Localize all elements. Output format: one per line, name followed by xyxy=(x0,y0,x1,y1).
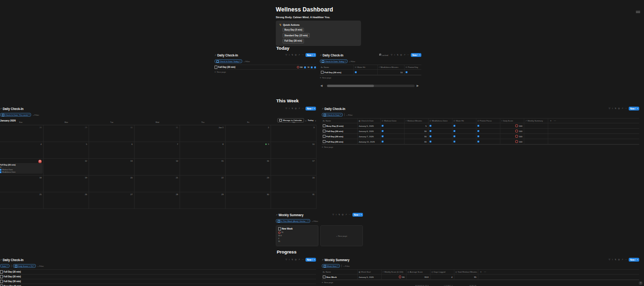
table-row[interactable]: Busy Day (5 min)January 5, 2026✓5✓✓✓100 xyxy=(322,123,639,129)
new-button[interactable]: New ▾ xyxy=(629,258,639,262)
calendar-cell[interactable]: 6 xyxy=(89,142,135,159)
cell-protein-veg[interactable]: ✓ xyxy=(404,70,421,75)
table-row[interactable]: Full Day (30 min)January 7, 2026✓30✓✓✓10… xyxy=(322,134,639,139)
cell-workout-done[interactable]: ✓ xyxy=(380,139,404,144)
column-header-protein-veg[interactable]: ☑Protein/Veg xyxy=(404,65,421,69)
cell-workout-minutes[interactable]: 30 xyxy=(404,134,428,139)
database-title[interactable]: ↗ Daily Check-In xyxy=(0,107,23,110)
column-header[interactable]: ◎Days Logged xyxy=(430,270,454,274)
calendar-cell[interactable]: 4 xyxy=(0,142,44,159)
database-title[interactable]: ↗ Daily Check-In xyxy=(322,107,345,110)
new-button[interactable]: New ▾ xyxy=(305,258,316,262)
bolt-icon[interactable]: ↯ xyxy=(292,108,294,110)
cell-daily-score[interactable]: 100 xyxy=(500,129,524,133)
calendar-cell[interactable]: 23 xyxy=(226,176,271,192)
help-button[interactable]: ? xyxy=(639,281,643,285)
hamburger-menu-icon[interactable] xyxy=(636,10,640,14)
calc-sum[interactable]: SUM95 xyxy=(454,284,478,286)
add-filter-button[interactable]: + Filter xyxy=(343,265,350,267)
filter-chip[interactable]: Check-In Date: This week ▾ xyxy=(0,113,31,117)
calendar-cell[interactable]: 8 xyxy=(180,142,226,159)
cell-protein-focus[interactable]: ✓ xyxy=(476,134,500,139)
sort-icon[interactable]: ↕ xyxy=(289,108,290,110)
search-icon[interactable]: ◎ xyxy=(400,54,402,56)
new-page-button[interactable]: + New page xyxy=(215,69,316,74)
column-header[interactable]: #Weekly Score (0-100) xyxy=(381,270,406,274)
new-button[interactable]: New ▾ xyxy=(305,53,316,57)
add-column-button[interactable]: + xyxy=(480,271,482,273)
expand-icon[interactable]: ⇗ xyxy=(621,108,623,110)
cell-mindfulness-done[interactable]: ✓ xyxy=(428,139,452,144)
scrollbar-thumb[interactable] xyxy=(327,85,374,87)
list-item[interactable]: Busy Day (5 min) xyxy=(0,284,316,286)
calendar-cell[interactable]: Jan 1 xyxy=(180,125,226,142)
sort-chip[interactable]: Date ▾ xyxy=(0,264,10,268)
list-item[interactable]: Full Day (30 min) xyxy=(0,274,316,279)
cell-weekly-summary[interactable] xyxy=(524,123,548,128)
calendar-cell[interactable]: 24 xyxy=(271,176,316,192)
calendar-cell[interactable]: 28 xyxy=(135,192,180,209)
cell-daily-score[interactable]: 100 xyxy=(500,139,524,144)
cell-water-hit[interactable]: ✓ xyxy=(452,134,476,139)
full-day-button[interactable]: Full Day (30 min) xyxy=(282,39,304,43)
search-icon[interactable]: ◎ xyxy=(295,259,297,261)
new-button[interactable]: New ▾ xyxy=(352,213,363,217)
sort-icon[interactable]: ↕ xyxy=(336,214,337,216)
column-header[interactable]: ☑Workout Done xyxy=(380,119,404,123)
bolt-icon[interactable]: ↯ xyxy=(292,259,294,261)
sort-icon[interactable]: ↕ xyxy=(289,54,290,56)
cell-mindfulness-done[interactable]: ✓ xyxy=(428,129,452,133)
list-item[interactable]: Full Day (30 min) xyxy=(0,279,316,284)
calendar-cell[interactable]: 15 xyxy=(180,159,226,176)
calendar-cell[interactable]: 27 xyxy=(89,192,135,209)
column-header[interactable]: ▦Week Start xyxy=(357,270,381,274)
calendar-cell[interactable]: 16 xyxy=(226,159,271,176)
filter-icon[interactable]: ▽ xyxy=(609,259,610,261)
calendar-cell[interactable]: 29 xyxy=(44,125,89,142)
column-header[interactable]: #Workout Minutes xyxy=(404,119,428,123)
search-icon[interactable]: ◎ xyxy=(618,259,620,261)
cell-workout-done[interactable]: ✓ xyxy=(380,134,404,139)
calendar-cell[interactable]: 25 xyxy=(0,192,44,209)
table-row[interactable]: New Week January 5, 2026 80 93.8 4 95 xyxy=(322,275,639,280)
filter-icon[interactable]: ▽ xyxy=(609,108,610,110)
column-header-name[interactable]: AaName xyxy=(320,65,353,69)
calendar-cell[interactable]: 17 xyxy=(271,159,316,176)
cell-weekly-summary[interactable] xyxy=(524,139,548,144)
new-button[interactable]: New ▾ xyxy=(629,107,639,110)
filter-chip[interactable]: Is This Week (Auto): Unche... ▾ xyxy=(276,219,310,223)
bolt-icon[interactable]: ↯ xyxy=(397,54,399,56)
column-header[interactable]: ↗Weekly Summary xyxy=(524,119,548,123)
list-item[interactable]: Full Day (30 min) xyxy=(0,269,316,274)
cell-workout-minutes[interactable]: 30 xyxy=(404,129,428,133)
cell-water-hit[interactable]: ✓ xyxy=(452,129,476,133)
search-icon[interactable]: ◎ xyxy=(295,108,297,110)
bolt-icon[interactable]: ↯ xyxy=(615,108,617,110)
cell-mindfulness-done[interactable]: ✓ xyxy=(428,134,452,139)
new-page-button[interactable]: + New page xyxy=(320,75,421,79)
calendar-cell[interactable]: 18 xyxy=(0,176,44,192)
search-icon[interactable]: ◎ xyxy=(295,54,297,56)
add-column-button[interactable]: + xyxy=(550,120,552,122)
cell-workout-done[interactable]: ✓ xyxy=(380,129,404,133)
filter-chip[interactable]: Daily Score > 70 ▾ xyxy=(13,264,36,268)
calc-count[interactable]: COUNT4 xyxy=(430,284,454,286)
filter-chip[interactable]: Check-In Date: Today ▾ xyxy=(320,59,348,64)
column-header[interactable]: #Daily Score xyxy=(500,119,524,123)
filter-icon[interactable]: ▽ xyxy=(285,108,287,110)
calendar-cell[interactable]: 19 xyxy=(44,176,89,192)
cell-water-hit[interactable]: ✓ xyxy=(452,123,476,128)
filter-chip[interactable]: Check-In Date ▾ xyxy=(322,113,343,117)
calendar-cell[interactable]: 22 xyxy=(180,176,226,192)
column-header[interactable]: ☑Protein Focus xyxy=(476,119,500,123)
busy-day-button[interactable]: Busy Day (5 min) xyxy=(282,28,304,32)
column-header[interactable]: ◎Average Score xyxy=(406,270,430,274)
more-icon[interactable]: ⋯ xyxy=(625,108,627,110)
bolt-icon[interactable]: ↯ xyxy=(292,54,294,56)
cell-protein-focus[interactable]: ✓ xyxy=(476,123,500,128)
column-header-mindfulness-minutes[interactable]: #Mindfulness Minutes xyxy=(377,65,404,69)
carousel-right-arrow[interactable]: ▶ xyxy=(417,84,419,87)
filter-icon[interactable]: ▽ xyxy=(285,259,287,261)
filter-chip[interactable]: Week Start ▾ xyxy=(322,264,340,268)
cell-workout-minutes[interactable]: 5 xyxy=(404,123,428,128)
